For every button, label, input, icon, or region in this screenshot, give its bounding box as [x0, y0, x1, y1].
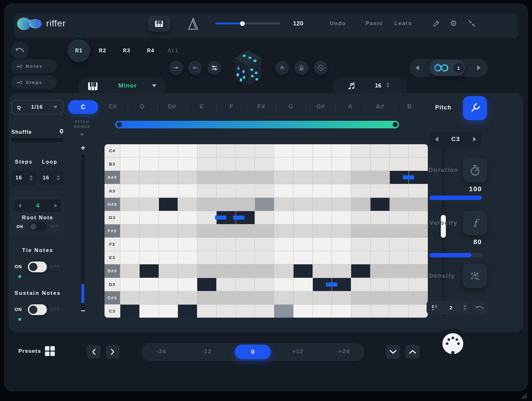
grid-cell-A3-5[interactable] [197, 184, 216, 197]
pitch-range-slider[interactable] [115, 121, 399, 128]
grid-cell-A#3-11[interactable] [313, 171, 332, 184]
grid-cell-C3-10[interactable] [294, 305, 313, 318]
grid-cell-A3-10[interactable] [294, 184, 313, 197]
panic-button[interactable]: Panic [362, 21, 386, 26]
velocity-slider[interactable] [429, 253, 482, 257]
grid-cell-C4-10[interactable] [294, 144, 313, 157]
tie-notes-toggle[interactable] [28, 262, 47, 272]
grid-cell-F3-3[interactable] [159, 238, 178, 251]
grid-cell-E3-11[interactable] [313, 251, 332, 264]
transpose-option-+12[interactable]: +12 [281, 348, 315, 355]
grid-cell-A#3-1[interactable] [120, 171, 139, 184]
grid-cell-B3-16[interactable] [409, 158, 428, 171]
grid-cell-F3-2[interactable] [140, 238, 159, 251]
grid-cell-F#3-3[interactable] [159, 224, 178, 237]
tab-riff-1[interactable]: R1 [67, 39, 90, 62]
grid-cell-C4-14[interactable] [370, 144, 390, 157]
loop-spinner[interactable] [57, 175, 60, 180]
steps-stepper[interactable]: 16 [12, 170, 36, 185]
tab-riff-all[interactable]: ALL [164, 46, 183, 55]
grid-cell-F#3-10[interactable] [294, 224, 313, 237]
grid-cell-A#3-3[interactable] [159, 171, 178, 184]
tempo-slider-thumb[interactable] [240, 21, 245, 26]
grid-cell-D3-8[interactable] [255, 278, 274, 291]
grid-cell-D#3-7[interactable] [236, 264, 255, 277]
grid-cell-F3-4[interactable] [178, 238, 197, 251]
grid-cell-B3-5[interactable] [197, 158, 216, 171]
tie-marker-D3[interactable] [326, 282, 337, 287]
grid-cell-F3-12[interactable] [332, 238, 351, 251]
grid-cell-G#3-8[interactable] [255, 198, 274, 211]
grid-cell-A#3-2[interactable] [140, 171, 159, 184]
grid-cell-D3-16[interactable] [409, 278, 428, 291]
grid-cell-D3-9[interactable] [274, 278, 293, 291]
grid-cell-E3-1[interactable] [120, 251, 139, 264]
grid-cell-B3-15[interactable] [390, 158, 409, 171]
grid-cell-A3-12[interactable] [332, 184, 351, 197]
grid-cell-G3-1[interactable] [120, 211, 139, 224]
grid-cell-C#3-8[interactable] [255, 291, 274, 304]
grid-cell-B3-7[interactable] [236, 158, 255, 171]
grid-cell-E3-16[interactable] [409, 251, 428, 264]
tab-riff-4[interactable]: R4 [143, 46, 158, 55]
transpose-option--12[interactable]: -12 [189, 348, 224, 355]
note-option-G[interactable]: G [276, 103, 306, 111]
grid-cell-C4-12[interactable] [332, 144, 351, 157]
grid-cell-A#3-7[interactable] [236, 171, 255, 184]
loop-toggle[interactable]: 1 [429, 60, 465, 76]
grid-cell-D#3-12[interactable] [332, 264, 351, 277]
grid-cell-F3-11[interactable] [313, 238, 332, 251]
grid-cell-C3-15[interactable] [390, 305, 409, 318]
grid-cell-C4-15[interactable] [390, 144, 409, 157]
grid-cell-F3-7[interactable] [236, 238, 255, 251]
step-jump-stepper[interactable]: 2 [427, 301, 470, 314]
grid-cell-A#3-4[interactable] [178, 171, 197, 184]
grid-cell-F#3-5[interactable] [197, 224, 216, 237]
grid-cell-G3-2[interactable] [140, 211, 159, 224]
grid-cell-C3-7[interactable] [236, 305, 255, 318]
learn-button[interactable]: Learn [391, 21, 415, 26]
vertical-zoom-handle[interactable] [81, 284, 84, 303]
grid-cell-G#3-12[interactable] [332, 198, 351, 211]
grid-cell-D3-15[interactable] [390, 278, 409, 291]
grid-cell-B3-9[interactable] [274, 158, 293, 171]
grid-cell-G#3-6[interactable] [217, 198, 236, 211]
velocity-button[interactable]: f [463, 211, 487, 235]
shuffle-slider[interactable] [11, 138, 63, 142]
note-option-F#[interactable]: F# [246, 103, 276, 111]
zoom-out-button[interactable]: − [79, 306, 87, 315]
grid-cell-G3-15[interactable] [390, 211, 409, 224]
duration-button[interactable] [463, 158, 487, 182]
octave-down-button[interactable] [386, 345, 400, 359]
grid-cell-A3-7[interactable] [236, 184, 255, 197]
grid-cell-C3-14[interactable] [370, 305, 390, 318]
grid-cell-A#3-13[interactable] [351, 171, 370, 184]
note-option-E[interactable]: E [187, 103, 217, 111]
grid-cell-E3-9[interactable] [274, 251, 293, 264]
grid-cell-D#3-4[interactable] [178, 264, 197, 277]
grid-cell-A#3-12[interactable] [332, 171, 351, 184]
grid-cell-F#3-16[interactable] [409, 224, 428, 237]
grid-cell-C4-11[interactable] [313, 144, 332, 157]
resize-handle[interactable] [519, 391, 528, 399]
grid-cell-A3-13[interactable] [351, 184, 370, 197]
grid-cell-C3-12[interactable] [332, 305, 351, 318]
grid-cell-G3-16[interactable] [409, 211, 428, 224]
grid-cell-A3-1[interactable] [120, 184, 139, 197]
grid-cell-B3-11[interactable] [313, 158, 332, 171]
grid-cell-C#3-12[interactable] [332, 291, 351, 304]
grid-cell-G3-8[interactable] [255, 211, 274, 224]
grid-cell-F#3-6[interactable] [217, 224, 236, 237]
grid-cell-B3-2[interactable] [140, 158, 159, 171]
grid-cell-G#3-1[interactable] [120, 198, 139, 211]
grid-cell-G#3-11[interactable] [313, 198, 332, 211]
grid-cell-D3-7[interactable] [236, 278, 255, 291]
grid-cell-G#3-5[interactable] [197, 198, 216, 211]
metronome-icon[interactable] [187, 17, 199, 30]
grid-cell-F#3-8[interactable] [255, 224, 274, 237]
grid-cell-G#3-2[interactable] [140, 198, 159, 211]
tab-riff-2[interactable]: R2 [95, 46, 110, 55]
zoom-in-button[interactable]: + [79, 143, 87, 153]
grid-cell-C3-1[interactable] [120, 305, 139, 318]
grid-cell-G3-13[interactable] [351, 211, 370, 224]
